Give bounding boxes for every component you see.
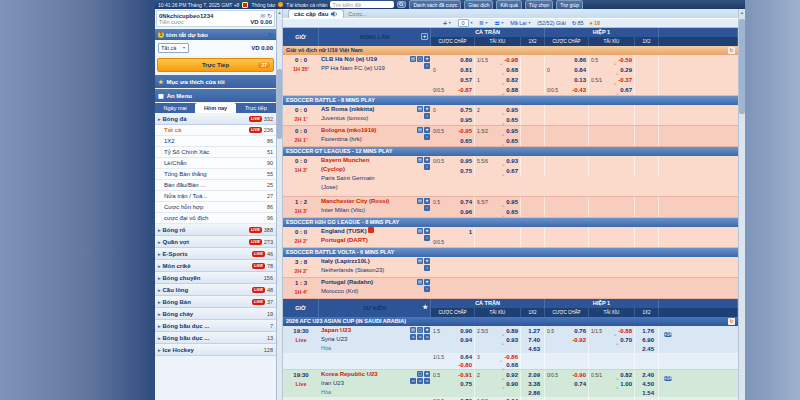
odds-value[interactable]: 0.65 [506,117,518,123]
league-bar-u19[interactable]: Giải vô địch nữ U19 Việt Nam ↻ [283,46,738,55]
bet-type-icon[interactable]: u [424,378,430,384]
info-icon[interactable]: i [424,235,430,241]
league-count-label[interactable]: (52/52) Giải [537,20,566,26]
odds-value[interactable]: 0.68 [506,67,518,73]
odds-value[interactable]: -0.91 [458,372,472,378]
odds-value[interactable]: 0.95 [506,107,518,113]
stats-icon[interactable]: ▤ [417,258,423,264]
favorite-icon[interactable]: ★ [424,258,430,264]
announcement-icon[interactable] [242,2,248,8]
odds-value[interactable]: 0.75 [460,107,472,113]
away-team[interactable]: Juventus (tonxxo) [321,114,429,123]
favorite-icon[interactable]: ★ [424,198,430,204]
odds-value[interactable]: 0.65 [460,138,472,144]
favorite-icon[interactable]: ★ [424,228,430,234]
odds-value[interactable]: 0.89 [506,328,518,334]
plus-icon[interactable]: + [421,33,428,40]
odds-value[interactable]: 2.45 [637,346,656,352]
stats-icon[interactable]: ▤ [410,327,416,333]
forecast-refresh-icon[interactable]: ↻ [268,31,273,38]
tab-live[interactable]: Trực tiếp [236,103,276,113]
odds-value[interactable]: 0.64 [460,354,472,360]
home-team[interactable]: England (TUSK) [321,227,429,236]
favorite-icon[interactable]: ★ [424,56,430,62]
sidebar-item-baseball[interactable]: ▸Bóng chày19 [155,308,276,320]
odds-value[interactable]: 0.95 [506,128,518,134]
odds-value[interactable]: 0.88 [506,87,518,93]
bet-type-icon[interactable]: u [424,334,430,340]
odds-value[interactable]: 0.95 [460,158,472,164]
odds-value[interactable]: 0.82 [506,77,518,83]
add-button[interactable]: +▼ [443,20,452,27]
odds-value[interactable]: 0.82 [620,372,632,378]
refresh-icon[interactable]: ↻ [728,47,735,54]
sidebar-item-cricket[interactable]: ▸Môn crikêLIVE78 [155,260,276,272]
info-icon[interactable]: i [424,113,430,119]
sidebar-item-correct-score[interactable]: Tỷ Số Chính Xác51 [155,147,276,158]
odds-value[interactable]: 2.86 [523,390,542,396]
odds-value[interactable]: 0.57 [460,77,472,83]
main-scrollbar[interactable]: ▲ [738,9,745,400]
stats-icon[interactable]: ▤ [417,157,423,163]
odds-value[interactable]: -0.86 [504,354,518,360]
odds-value[interactable]: 0.29 [620,67,632,73]
odds-value[interactable]: 6.90 [637,337,656,343]
odds-value[interactable]: 0.76 [574,328,586,334]
stats-icon[interactable]: ▤ [410,56,416,62]
tv-icon[interactable]: ▢ [417,327,423,333]
favorite-icon[interactable]: ★ [424,127,430,133]
sidebar-item-volleyball[interactable]: ▸Bóng chuyền156 [155,272,276,284]
odds-value[interactable]: 0.67 [506,168,518,174]
away-team[interactable]: Fiorentina (hrk) [321,135,429,144]
sidebar-item-football[interactable]: ▸ Bóng đá LIVE 332 [155,113,276,125]
odds-value[interactable]: 0.92 [506,372,518,378]
odds-value[interactable]: 0.65 [506,138,518,144]
sidebar-item-1x2[interactable]: 1X286 [155,136,276,147]
odds-value[interactable]: 0.68 [506,362,518,368]
home-team[interactable]: Portugal (Radahn) [321,278,429,287]
odds-value[interactable]: 0.94 [460,337,472,343]
tab-tomorrow[interactable]: Ngày mai [155,103,195,113]
odds-value[interactable]: 0.81 [460,67,472,73]
stats-icon[interactable]: ▤ [417,106,423,112]
odds-value[interactable]: 3.38 [523,381,542,387]
notice-link[interactable]: Thông báo [251,2,275,8]
odds-value[interactable]: 1.54 [637,390,656,396]
bet-type-icon[interactable]: u [410,334,416,340]
odds-value[interactable]: -0.98 [504,57,518,63]
odds-value[interactable]: 0.86 [574,57,586,63]
stats-icon[interactable]: ▤ [417,127,423,133]
favorites-button[interactable]: ★ Mục ưa thích của tôi [155,75,276,88]
odds-value[interactable]: -0.90 [572,372,586,378]
odds-value[interactable]: 0.84 [574,67,586,73]
info-icon[interactable]: i [424,286,430,292]
odds-value[interactable]: 0.90 [460,328,472,334]
home-team[interactable]: Italy (Lapirzz10L) [321,257,429,266]
live-button[interactable]: Trực Tiếp 27 [157,58,274,72]
league-bar-esoccer-gt[interactable]: ESOCCER GT LEAGUES - 12 MINS PLAY [283,147,738,156]
odds-value[interactable]: 7.40 [523,337,542,343]
away-team[interactable]: Morocco (Knl) [321,287,429,296]
odds-value[interactable]: 0.89 [460,57,472,63]
away-team[interactable]: Portugal (DART) [321,236,429,245]
sidebar-item-rugby-1[interactable]: ▸Bóng bầu dục ...7 [155,320,276,332]
home-team[interactable]: AS Roma (nikkitta) [321,105,429,114]
star-icon[interactable]: ★ [423,304,428,311]
line-mode-button[interactable]: 〓▼ [494,20,504,27]
account-link[interactable]: Tài khoản cá nhân [286,2,327,8]
odds-value[interactable]: 2.09 [523,372,542,378]
refresh-timer[interactable]: ↻85 [572,20,584,26]
odds-value[interactable]: -0.88 [618,328,632,334]
tab-today[interactable]: Hôm nay [195,103,235,113]
tv-icon[interactable]: ▢ [417,371,423,377]
sidebar-item-ice-hockey[interactable]: ▸Ice Hockey128 [155,344,276,356]
search-button[interactable] [397,1,406,8]
odds-value[interactable]: -0.80 [458,362,472,368]
bet-type-icon[interactable]: u [417,378,423,384]
odds-value[interactable]: 1 [469,229,472,235]
odds-value[interactable]: 0.74 [574,381,586,387]
favorite-icon[interactable]: ★ [424,106,430,112]
sidebar-scrollbar[interactable]: ▲ [277,9,283,400]
odds-value[interactable]: 0.65 [506,209,518,215]
odds-value[interactable]: -0.92 [572,337,586,343]
